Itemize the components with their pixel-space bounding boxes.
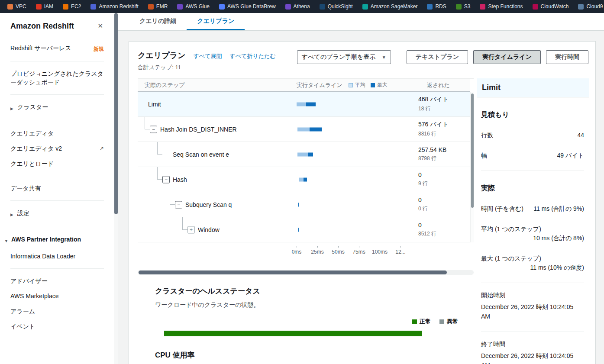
table-vertical-scrollbar[interactable] xyxy=(470,92,474,242)
step-label: Limit xyxy=(148,101,161,108)
step-label: Subquery Scan q xyxy=(185,201,232,208)
collapse-icon[interactable]: − xyxy=(175,201,182,208)
legend-healthy: 正常 xyxy=(412,318,431,325)
max-bar xyxy=(310,127,322,131)
sidebar-item-settings[interactable]: ▶設定 xyxy=(10,209,104,219)
sidebar-item-label: クラスター xyxy=(17,103,104,111)
returned-cell: 09 行 xyxy=(410,171,470,187)
sidebar-item-queries-and-loads[interactable]: クエリとロード xyxy=(10,159,104,168)
returned-rows: 0 行 xyxy=(418,205,470,213)
bookmark-emr[interactable]: EMR xyxy=(143,0,173,13)
tree-connector-icon xyxy=(170,192,175,205)
plan-row-hash[interactable]: −Hash09 行 xyxy=(138,167,470,192)
column-header-step: 実際のステップ xyxy=(138,81,291,89)
bookmark-vpc[interactable]: VPC xyxy=(3,0,31,13)
axis-tick-label: 12... xyxy=(395,249,405,255)
divider xyxy=(10,121,104,121)
returned-cell: 468 バイト18 行 xyxy=(410,96,470,113)
step-cell: +Window xyxy=(138,217,291,242)
tab-query-plan[interactable]: クエリプラン xyxy=(187,13,245,30)
max-bar xyxy=(306,102,316,106)
bookmark-cloud9[interactable]: Cloud9 xyxy=(573,0,604,13)
sidebar-title: Amazon Redshift xyxy=(10,22,74,31)
bookmark-iam[interactable]: IAM xyxy=(31,0,58,13)
sidebar-scrollbar-thumb[interactable] xyxy=(114,13,118,214)
bookmark-aws-glue-databrew[interactable]: AWS Glue DataBrew xyxy=(214,0,281,13)
bookmark-amazon-redshift[interactable]: Amazon Redshift xyxy=(86,0,143,13)
sidebar-item-label: AWS Marketplace xyxy=(10,292,104,300)
column-header-returned: 返された xyxy=(410,81,470,89)
bookmark-step-functions[interactable]: Step Functions xyxy=(475,0,527,13)
view-toggle-buttons: テキストプラン実行タイムライン実行時間 xyxy=(401,50,588,64)
collapse-icon[interactable]: − xyxy=(150,126,157,133)
bookmark-quicksight[interactable]: QuickSight xyxy=(315,0,358,13)
detail-row-width: 幅49 バイト xyxy=(481,151,584,160)
bookmark-label: AWS Glue DataBrew xyxy=(227,3,276,10)
avg-bar xyxy=(299,177,304,181)
sidebar-scrollbar[interactable] xyxy=(114,13,118,364)
max-bar xyxy=(304,177,307,181)
bookmark-aws-glue[interactable]: AWS Glue xyxy=(172,0,214,13)
table-horizontal-scrollbar-thumb[interactable] xyxy=(139,271,447,274)
sidebar-item-label: Informatica Data Loader xyxy=(10,252,104,261)
sidebar-item-label: Redshift サーバーレス xyxy=(10,44,90,52)
sidebar-item-advisor[interactable]: アドバイザー xyxy=(10,277,104,285)
detail-label: 平均 (1 つのステップ) xyxy=(481,225,541,234)
new-badge: 新規 xyxy=(94,44,104,53)
bookmark-label: RDS xyxy=(435,3,446,10)
returned-rows: 8816 行 xyxy=(418,130,470,138)
plan-row-seq-scan-event[interactable]: Seq Scan on event e257.54 KB8798 行 xyxy=(138,142,470,167)
execution-timeline-button[interactable]: 実行タイムライン xyxy=(473,50,541,64)
sidebar-item-datashares[interactable]: データ共有 xyxy=(10,184,104,193)
close-icon[interactable]: ✕ xyxy=(97,22,104,30)
sidebar-item-aws-marketplace[interactable]: AWS Marketplace xyxy=(10,292,104,300)
plan-row-hash-join[interactable]: −Hash Join DS_DIST_INNER576 バイト8816 行 xyxy=(138,117,470,142)
returned-cell: 257.54 KB8798 行 xyxy=(410,146,470,162)
bookmark-amazon-sagemaker[interactable]: Amazon SageMaker xyxy=(358,0,423,13)
detail-label: 時間 (子を含む) xyxy=(481,204,523,213)
plan-row-limit[interactable]: Limit468 バイト18 行 xyxy=(138,92,470,117)
execution-time-button[interactable]: 実行時間 xyxy=(546,50,588,64)
expand-all-link[interactable]: すべて展開 xyxy=(194,52,222,60)
collapse-icon[interactable]: − xyxy=(162,176,170,183)
expand-icon[interactable]: + xyxy=(187,226,195,233)
estimate-heading: 見積もり xyxy=(481,110,584,119)
max-swatch-icon xyxy=(371,83,375,87)
bookmark-s3[interactable]: S3 xyxy=(451,0,475,13)
sidebar-item-alarms[interactable]: アラーム xyxy=(10,307,104,316)
sidebar-item-redshift-serverless[interactable]: Redshift サーバーレス新規 xyxy=(10,44,104,53)
bookmark-label: AWS Glue xyxy=(185,3,210,10)
table-vertical-scrollbar-thumb[interactable] xyxy=(471,93,474,208)
bookmark-ec2[interactable]: EC2 xyxy=(58,0,86,13)
sidebar-item-informatica-data-loader[interactable]: Informatica Data Loader xyxy=(10,252,104,261)
sidebar-item-aws-partner-integration[interactable]: ▼AWS Partner Integration xyxy=(4,235,104,245)
max-bar xyxy=(308,152,313,156)
bookmark-athena[interactable]: Athena xyxy=(281,0,315,13)
divider xyxy=(10,227,104,227)
sidebar-item-events[interactable]: イベント xyxy=(10,322,104,331)
sidebar-item-query-editor-v2[interactable]: クエリエディタ v2↗ xyxy=(10,144,104,153)
plan-steps-select[interactable]: すべてのプラン手順を表示 ▼ xyxy=(297,50,391,64)
sidebar-nav: Redshift サーバーレス新規プロビジョニングされたクラスターダッシュボード… xyxy=(10,44,104,331)
tab-query-details[interactable]: クエリの詳細 xyxy=(129,13,187,30)
sidebar-item-provisioned-clusters-dashboard[interactable]: プロビジョニングされたクラスターダッシュボード xyxy=(10,69,104,87)
emr-icon xyxy=(148,4,154,10)
amazon-sagemaker-icon xyxy=(362,4,368,10)
bookmark-cloudwatch[interactable]: CloudWatch xyxy=(528,0,574,13)
legend-label: 異常 xyxy=(447,318,458,325)
returned-bytes: 0 xyxy=(418,222,470,229)
collapse-all-link[interactable]: すべて折りたたむ xyxy=(229,52,275,60)
bookmark-rds[interactable]: RDS xyxy=(422,0,451,13)
plan-row-subquery-scan[interactable]: −Subquery Scan q00 行 xyxy=(138,192,470,217)
actual-rows: 時間 (子を含む)11 ms (合計の 9%)平均 (1 つのステップ)10 m… xyxy=(481,204,584,272)
table-horizontal-scrollbar[interactable] xyxy=(138,270,474,275)
tree-connector-icon xyxy=(157,167,162,180)
sidebar-item-label: プロビジョニングされたクラスターダッシュボード xyxy=(10,69,104,87)
text-plan-button[interactable]: テキストプラン xyxy=(407,50,468,64)
sidebar-item-query-editor[interactable]: クエリエディタ xyxy=(10,129,104,138)
plan-row-window[interactable]: +Window08512 行 xyxy=(138,217,470,242)
sidebar-item-clusters[interactable]: ▶クラスター xyxy=(10,103,104,113)
health-subtitle: ワークロード中のクラスターの状態。 xyxy=(155,301,474,309)
returned-rows: 8512 行 xyxy=(418,230,470,238)
max-bar xyxy=(298,228,299,232)
